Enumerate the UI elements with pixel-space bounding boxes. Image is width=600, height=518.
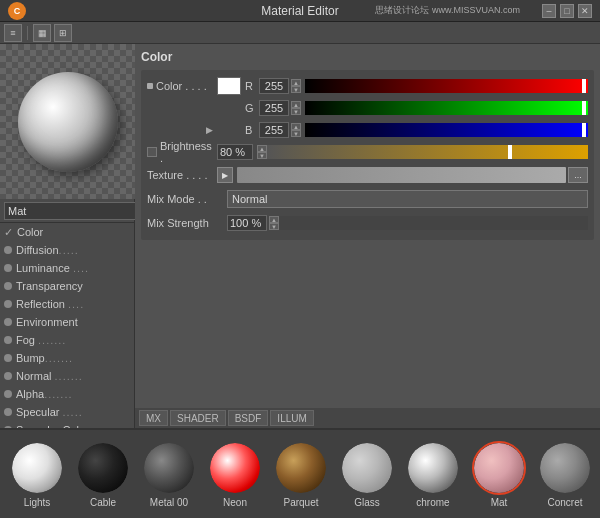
mat-label-metal: Metal 00	[139, 497, 199, 508]
channel-diffusion[interactable]: Diffusion.....	[0, 241, 134, 259]
mat-label-cable: Cable	[73, 497, 133, 508]
maximize-button[interactable]: □	[560, 4, 574, 18]
title-bar-left: C	[8, 2, 26, 20]
toolbar: ≡ ▦ ⊞	[0, 22, 600, 44]
channel-reflection[interactable]: Reflection ....	[0, 295, 134, 313]
brightness-slider[interactable]	[267, 145, 588, 159]
minimize-button[interactable]: –	[542, 4, 556, 18]
channel-label-environment: Environment	[16, 316, 78, 328]
channel-dot-fog	[4, 336, 12, 344]
b-spin-up[interactable]: ▲	[291, 123, 301, 130]
channel-transparency[interactable]: Transparency	[0, 277, 134, 295]
mix-strength-input[interactable]	[227, 215, 267, 231]
mat-label-lights: Lights	[7, 497, 67, 508]
g-spin: ▲ ▼	[291, 101, 301, 115]
brightness-value-input[interactable]	[217, 144, 253, 160]
toolbar-icon-1[interactable]: ≡	[4, 24, 22, 42]
channel-luminance[interactable]: Luminance ....	[0, 259, 134, 277]
app-logo: C	[8, 2, 26, 20]
mat-item-glass[interactable]: Glass	[336, 441, 398, 508]
channel-dot-luminance	[4, 264, 12, 272]
color-section: Color . . . . R ▲ ▼ G	[141, 70, 594, 240]
brightness-spin-down[interactable]: ▼	[257, 152, 267, 159]
channel-fog[interactable]: Fog .......	[0, 331, 134, 349]
channel-environment[interactable]: Environment	[0, 313, 134, 331]
b-label: B	[245, 124, 259, 136]
mat-item-metal[interactable]: Metal 00	[138, 441, 200, 508]
g-spin-up[interactable]: ▲	[291, 101, 301, 108]
tab-mx[interactable]: MX	[139, 410, 168, 426]
channel-dot-environment	[4, 318, 12, 326]
g-slider[interactable]	[305, 101, 588, 115]
channel-specular[interactable]: Specular .....	[0, 403, 134, 421]
g-slider-handle	[582, 101, 586, 115]
mat-item-parquet[interactable]: Parquet	[270, 441, 332, 508]
b-value-input[interactable]	[259, 122, 289, 138]
mat-item-neon[interactable]: Neon	[204, 441, 266, 508]
r-value-input[interactable]	[259, 78, 289, 94]
texture-row: Texture . . . . ▶ ...	[147, 164, 588, 186]
mix-strength-row: Mix Strength ▲ ▼	[147, 212, 588, 234]
r-slider[interactable]	[305, 79, 588, 93]
window-controls: – □ ✕	[542, 4, 592, 18]
b-spin-down[interactable]: ▼	[291, 130, 301, 137]
g-spin-down[interactable]: ▼	[291, 108, 301, 115]
left-panel: ◀ ▶ ✓ Color Diffusion..... Luminance ...…	[0, 44, 135, 428]
r-spin-down[interactable]: ▼	[291, 86, 301, 93]
channel-list: ✓ Color Diffusion..... Luminance .... Tr…	[0, 223, 134, 428]
b-slider[interactable]	[305, 123, 588, 137]
channel-label-color: Color	[17, 226, 43, 238]
texture-more-button[interactable]: ...	[568, 167, 588, 183]
brightness-label-text: Brightness .	[160, 140, 217, 164]
color-label-text: Color . . . .	[156, 80, 207, 92]
brightness-checkbox[interactable]	[147, 147, 157, 157]
mix-strength-spin-wrapper: ▲ ▼	[267, 216, 275, 230]
g-label: G	[245, 102, 259, 114]
channel-color[interactable]: ✓ Color	[0, 223, 134, 241]
tab-bsdf[interactable]: BSDF	[228, 410, 269, 426]
channel-dot-alpha	[4, 390, 12, 398]
mix-mode-select[interactable]: Normal Multiply Screen Overlay	[227, 190, 588, 208]
channel-label-diffusion: Diffusion.....	[16, 244, 79, 256]
toolbar-icon-2[interactable]: ▦	[33, 24, 51, 42]
mat-preview-lights	[10, 441, 64, 495]
texture-bar[interactable]	[237, 167, 566, 183]
mat-item-lights[interactable]: Lights	[6, 441, 68, 508]
mat-sphere-metal	[144, 443, 194, 493]
mat-sphere-concret	[540, 443, 590, 493]
channel-specular-color[interactable]: Specular Color	[0, 421, 134, 428]
mat-item-chrome[interactable]: chrome	[402, 441, 464, 508]
mat-name-input[interactable]	[4, 202, 150, 220]
channel-label-luminance: Luminance ....	[16, 262, 89, 274]
mat-item-concret[interactable]: Concret	[534, 441, 596, 508]
color-label: Color . . . .	[147, 80, 217, 92]
channel-dot-reflection	[4, 300, 12, 308]
mix-mode-row: Mix Mode . . Normal Multiply Screen Over…	[147, 188, 588, 210]
channel-bump[interactable]: Bump.......	[0, 349, 134, 367]
r-spin-up[interactable]: ▲	[291, 79, 301, 86]
color-swatch[interactable]	[217, 77, 241, 95]
main-content: ◀ ▶ ✓ Color Diffusion..... Luminance ...…	[0, 44, 600, 428]
tab-illum[interactable]: ILLUM	[270, 410, 313, 426]
close-button[interactable]: ✕	[578, 4, 592, 18]
channel-alpha[interactable]: Alpha.......	[0, 385, 134, 403]
mat-sphere-lights	[12, 443, 62, 493]
channel-dot-transparency	[4, 282, 12, 290]
mat-item-mat[interactable]: Mat	[468, 441, 530, 508]
mix-strength-slider[interactable]	[279, 216, 588, 230]
mat-item-cable[interactable]: Cable	[72, 441, 134, 508]
texture-play-button[interactable]: ▶	[217, 167, 233, 183]
mix-strength-spin-down[interactable]: ▼	[269, 223, 279, 230]
mix-strength-spin-up[interactable]: ▲	[269, 216, 279, 223]
channel-normal[interactable]: Normal .......	[0, 367, 134, 385]
mat-sphere-mat	[474, 443, 524, 493]
window-title: Material Editor	[261, 4, 338, 18]
toolbar-icon-3[interactable]: ⊞	[54, 24, 72, 42]
tab-shader[interactable]: SHADER	[170, 410, 226, 426]
mat-sphere-chrome	[408, 443, 458, 493]
channel-dot-normal	[4, 372, 12, 380]
g-value-input[interactable]	[259, 100, 289, 116]
b-spin: ▲ ▼	[291, 123, 301, 137]
brightness-label: Brightness .	[147, 140, 217, 164]
brightness-spin-up[interactable]: ▲	[257, 145, 267, 152]
